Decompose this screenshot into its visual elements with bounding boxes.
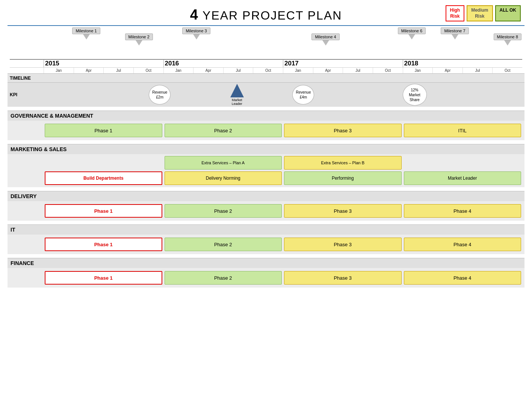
milestone-box: Milestone 7 xyxy=(441,27,469,34)
milestone-3: Milestone 3 xyxy=(182,27,210,39)
finance-row-1: Phase 1 Phase 2 Phase 3 Phase 4 xyxy=(10,270,522,285)
mkt-extra-a: Extra Services – Plan A xyxy=(165,156,282,170)
month-jul2: Jul xyxy=(223,68,253,73)
year-2017: 2017 xyxy=(283,60,403,67)
triangle-icon xyxy=(230,84,244,97)
month-spacer xyxy=(10,68,44,73)
month-oct3: Oct xyxy=(373,68,403,73)
kpi-revenue-2m: Revenue£2m xyxy=(149,85,171,105)
title-text: YEAR PROJECT PLAN xyxy=(199,9,342,22)
section-marketing: MARKETING & SALES Extra Services – Plan … xyxy=(8,144,524,187)
kpi-market-leader-label: MarketLeader xyxy=(230,98,244,106)
section-governance-header: GOVERNANCE & MANAGEMENT xyxy=(8,111,524,121)
kpi-row: KPI Revenue£2m MarketLeader Revenue£4m 1… xyxy=(8,82,524,107)
section-finance-body: Phase 1 Phase 2 Phase 3 Phase 4 xyxy=(8,268,524,288)
mkt-extra-b: Extra Services – Plan B xyxy=(284,156,402,170)
month-axis: Jan Apr Jul Oct Jan Apr Jul Oct Jan Apr … xyxy=(10,67,522,73)
legend-medium-risk: MediumRisk xyxy=(467,5,493,21)
del-phase3: Phase 3 xyxy=(284,204,402,218)
month-jan1: Jan xyxy=(44,68,74,73)
milestone-arrow-down xyxy=(83,34,90,39)
kpi-content-area: Revenue£2m MarketLeader Revenue£4m 12%Ma… xyxy=(44,84,522,105)
fin-phase1: Phase 1 xyxy=(45,271,162,285)
marketing-row-1: Extra Services – Plan A Extra Services –… xyxy=(10,156,522,170)
milestone-4: Milestone 4 xyxy=(311,33,339,45)
legend-high-risk: HighRisk xyxy=(446,5,465,21)
milestone-box: Milestone 6 xyxy=(398,27,426,34)
milestone-arrow-down xyxy=(136,40,142,45)
milestone-box: Milestone 4 xyxy=(311,33,339,40)
milestone-box: Milestone 2 xyxy=(125,33,153,40)
month-jul3: Jul xyxy=(343,68,373,73)
month-jul4: Jul xyxy=(462,68,493,73)
mkt-delivery-norming: Delivery Norming xyxy=(165,171,282,185)
milestone-arrow-down xyxy=(504,40,511,45)
header-divider xyxy=(8,25,524,26)
milestone-arrow-down xyxy=(193,34,200,39)
milestones-row: Milestone 1 Milestone 2 Milestone 3 Mile… xyxy=(44,27,522,58)
axis-spacer xyxy=(10,60,44,67)
month-jul1: Jul xyxy=(103,68,133,73)
section-marketing-body: Extra Services – Plan A Extra Services –… xyxy=(8,154,524,187)
page-title: 4 YEAR PROJECT PLAN xyxy=(190,7,342,23)
mkt-market-leader: Market Leader xyxy=(404,171,521,185)
title-number: 4 xyxy=(190,7,199,23)
legend-all-ok: ALL OK xyxy=(495,5,521,21)
year-2016: 2016 xyxy=(163,60,283,67)
kpi-row-label: KPI xyxy=(10,92,44,97)
milestone-2: Milestone 2 xyxy=(125,33,153,45)
section-governance: GOVERNANCE & MANAGEMENT Phase 1 Phase 2 … xyxy=(8,111,524,140)
milestone-7: Milestone 7 xyxy=(441,27,469,39)
month-oct1: Oct xyxy=(133,68,163,73)
header: 4 YEAR PROJECT PLAN HighRisk MediumRisk … xyxy=(8,4,524,24)
month-apr1: Apr xyxy=(74,68,104,73)
section-governance-body: Phase 1 Phase 2 Phase 3 ITIL xyxy=(8,121,524,140)
kpi-market-share: 12%MarketShare xyxy=(403,84,427,106)
del-phase2: Phase 2 xyxy=(165,204,282,218)
time-axis: 2015 2016 2017 2018 xyxy=(10,59,522,67)
it-phase4: Phase 4 xyxy=(404,238,521,251)
milestone-arrow-down xyxy=(408,34,415,39)
gov-phase3: Phase 3 xyxy=(284,124,402,137)
milestone-box: Milestone 1 xyxy=(72,27,100,34)
section-it: IT Phase 1 Phase 2 Phase 3 Phase 4 xyxy=(8,224,524,254)
month-apr2: Apr xyxy=(193,68,223,73)
legend: HighRisk MediumRisk ALL OK xyxy=(446,5,521,21)
governance-row-1: Phase 1 Phase 2 Phase 3 ITIL xyxy=(10,123,522,138)
section-marketing-header: MARKETING & SALES xyxy=(8,144,524,154)
fin-phase3: Phase 3 xyxy=(284,271,402,285)
del-phase1: Phase 1 xyxy=(45,204,162,218)
section-it-header: IT xyxy=(8,224,524,235)
milestone-box: Milestone 8 xyxy=(494,33,521,40)
gov-phase2: Phase 2 xyxy=(165,124,282,137)
it-phase2: Phase 2 xyxy=(165,238,282,251)
year-2018: 2018 xyxy=(403,60,523,67)
month-jan4: Jan xyxy=(403,68,433,73)
milestone-arrow-down xyxy=(452,34,458,39)
it-phase3: Phase 3 xyxy=(284,238,402,251)
page: 4 YEAR PROJECT PLAN HighRisk MediumRisk … xyxy=(0,0,532,291)
month-jan2: Jan xyxy=(163,68,193,73)
milestone-arrow-down xyxy=(322,40,329,45)
marketing-row-2: Build Departments Delivery Norming Perfo… xyxy=(10,171,522,186)
fin-phase4: Phase 4 xyxy=(404,271,521,285)
it-phase1: Phase 1 xyxy=(45,238,162,251)
year-2015: 2015 xyxy=(44,60,163,67)
kpi-revenue-4m: Revenue£4m xyxy=(292,85,314,105)
fin-phase2: Phase 2 xyxy=(165,271,282,285)
month-apr4: Apr xyxy=(432,68,462,73)
gov-itil: ITIL xyxy=(404,124,521,137)
section-finance: FINANCE Phase 1 Phase 2 Phase 3 Phase 4 xyxy=(8,258,524,288)
timeline-label-text: TIMELINE xyxy=(10,76,31,81)
section-delivery-header: DELIVERY xyxy=(8,191,524,201)
section-it-body: Phase 1 Phase 2 Phase 3 Phase 4 xyxy=(8,235,524,254)
milestone-1: Milestone 1 xyxy=(72,27,100,39)
kpi-market-leader: MarketLeader xyxy=(230,84,244,106)
mkt-performing: Performing xyxy=(284,171,402,185)
del-phase4: Phase 4 xyxy=(404,204,521,218)
milestone-8: Milestone 8 xyxy=(494,33,521,45)
timeline-label-row: TIMELINE xyxy=(8,73,524,82)
month-jan3: Jan xyxy=(283,68,313,73)
milestone-box: Milestone 3 xyxy=(182,27,210,34)
month-oct4: Oct xyxy=(492,68,522,73)
